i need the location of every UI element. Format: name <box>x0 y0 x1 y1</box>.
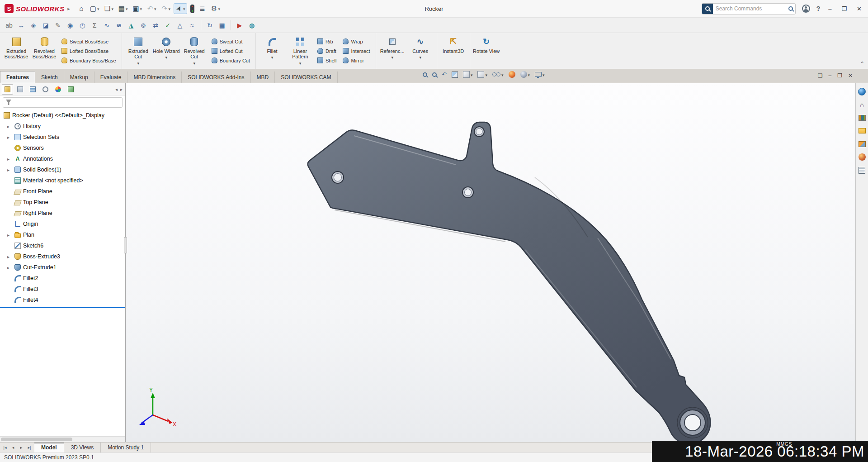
cam-tree-tab[interactable] <box>65 84 76 95</box>
first-tab-icon[interactable] <box>1 445 9 450</box>
print-button[interactable]: ▣ <box>131 4 143 14</box>
fillet-button[interactable]: Fillet <box>258 34 286 67</box>
search-commands-box[interactable]: ▾ <box>702 3 796 14</box>
new-document-caret-icon[interactable] <box>97 5 99 12</box>
lofted-boss-base-button[interactable]: Lofted Boss/Base <box>60 47 118 56</box>
model-canvas[interactable]: Y X <box>126 83 855 442</box>
revolved-cut-button[interactable]: Revolved Cut <box>180 34 208 67</box>
hole-middle[interactable] <box>462 187 473 198</box>
tab-evaluate[interactable]: Evaluate <box>94 71 128 83</box>
custom-properties-button[interactable] <box>858 166 867 175</box>
apply-scene-button[interactable] <box>520 71 530 78</box>
geometry-analysis-icon[interactable]: △ <box>175 20 185 31</box>
3d-views-tab[interactable]: 3D Views <box>64 443 101 452</box>
boundary-cut-button[interactable]: Boundary Cut <box>210 56 251 65</box>
instant3d-button[interactable]: ⇱ Instant3D <box>439 34 467 67</box>
save-caret-icon[interactable] <box>125 5 128 12</box>
options-button[interactable]: ⚙ <box>209 4 222 14</box>
new-document-button[interactable]: ▢ <box>88 4 101 14</box>
draft-analysis-icon[interactable]: ◮ <box>126 20 137 31</box>
tab-features[interactable]: Features <box>0 71 35 83</box>
costing-icon[interactable]: ◍ <box>246 20 257 31</box>
rollback-bar[interactable] <box>0 307 125 308</box>
view-settings-caret-icon[interactable] <box>542 71 545 78</box>
save-button[interactable]: ▦ <box>117 4 129 14</box>
edit-appearance-button[interactable] <box>509 71 515 78</box>
search-submit-icon[interactable] <box>788 6 793 11</box>
mass-properties-icon[interactable]: ◈ <box>28 20 39 31</box>
tree-item-cut-extrude1[interactable]: Cut-Extrude1 <box>0 262 125 273</box>
rib-button[interactable]: Rib <box>316 37 338 46</box>
open-caret-icon[interactable] <box>111 5 113 12</box>
print-caret-icon[interactable] <box>139 5 142 12</box>
compare-icon[interactable]: ⇄ <box>150 20 161 31</box>
expand-arrow-icon[interactable] <box>7 135 12 140</box>
tree-item-boss-extrude3[interactable]: Boss-Extrude3 <box>0 251 125 262</box>
view-settings-button[interactable] <box>535 71 545 78</box>
expand-arrow-icon[interactable] <box>7 233 12 238</box>
search-scope-chip[interactable] <box>702 3 713 14</box>
markup-icon[interactable]: ✎ <box>52 20 63 31</box>
simulation-advisor-icon[interactable]: ▶ <box>234 20 245 31</box>
tab-solidworks-cam[interactable]: SOLIDWORKS CAM <box>275 71 337 83</box>
intersect-button[interactable]: Intersect <box>341 47 371 56</box>
motion-study-tab[interactable]: Motion Study 1 <box>101 443 151 452</box>
section-properties-icon[interactable]: ◪ <box>40 20 51 31</box>
open-button[interactable]: ❏ <box>102 4 115 14</box>
tab-markup[interactable]: Markup <box>64 71 94 83</box>
apply-scene-caret-icon[interactable] <box>528 71 530 78</box>
solidworks-resources-button[interactable] <box>858 87 867 96</box>
hole-top-tab[interactable] <box>474 127 484 137</box>
redo-button[interactable]: ↷ <box>160 4 172 14</box>
undo-button[interactable]: ↶ <box>145 4 158 14</box>
hide-show-items-button[interactable] <box>492 71 504 78</box>
draft-button[interactable]: Draft <box>316 47 338 56</box>
zebra-stripes-icon[interactable]: ≋ <box>113 20 124 31</box>
last-tab-icon[interactable] <box>26 445 33 450</box>
boundary-boss-base-button[interactable]: Boundary Boss/Base <box>60 56 118 65</box>
hole-wizard-button[interactable]: Hole Wizard <box>152 34 180 67</box>
propertymanager-tab[interactable] <box>14 84 26 95</box>
curves-button[interactable]: ∿ Curves <box>406 34 434 67</box>
reference-geometry-button[interactable]: Referenc... <box>378 34 406 67</box>
search-caret-icon[interactable]: ▾ <box>795 6 796 11</box>
expand-arrow-icon[interactable] <box>7 265 12 270</box>
model-tab[interactable]: Model <box>34 443 64 452</box>
search-commands-input[interactable] <box>713 5 788 12</box>
help-icon[interactable]: ? <box>816 5 821 12</box>
tree-item-solid-bodies[interactable]: Solid Bodies(1) <box>0 164 125 175</box>
pane-tabs-scroll-left-icon[interactable]: ◂ <box>115 87 118 92</box>
configurationmanager-tab[interactable] <box>27 84 38 95</box>
graphics-viewport[interactable]: Y X <box>126 83 855 442</box>
tree-root-item[interactable]: Rocker (Default) <<Default>_Display <box>0 110 125 121</box>
appearances-scenes-button[interactable] <box>858 152 867 162</box>
pane-tabs-scroll-right-icon[interactable]: ▸ <box>120 87 123 92</box>
displaymanager-tab[interactable] <box>52 84 64 95</box>
zoom-area-button[interactable] <box>432 72 437 77</box>
dimxpertmanager-tab[interactable] <box>40 84 51 95</box>
display-style-caret-icon[interactable] <box>485 71 487 78</box>
ribbon-collapse-icon[interactable]: ⌃ <box>860 61 864 67</box>
home-tab-button[interactable]: ⌂ <box>858 100 867 109</box>
tree-item-history[interactable]: History <box>0 121 125 132</box>
window-close-button[interactable]: ✕ <box>855 5 863 12</box>
close-document-icon[interactable]: ✕ <box>848 72 853 79</box>
tree-item-sensors[interactable]: Sensors <box>0 143 125 153</box>
tree-item-fillet2[interactable]: Fillet2 <box>0 273 125 284</box>
tree-item-front-plane[interactable]: Front Plane <box>0 186 125 197</box>
dock-window-icon[interactable]: ❏ <box>818 72 823 79</box>
options-caret-icon[interactable] <box>218 5 221 12</box>
equations-icon[interactable]: Σ <box>89 20 100 31</box>
mirror-button[interactable]: Mirror <box>341 56 371 65</box>
featuremanager-tab[interactable] <box>2 84 13 95</box>
home-button[interactable]: ⌂ <box>76 4 86 14</box>
tab-mbd-dimensions[interactable]: MBD Dimensions <box>127 71 182 83</box>
lofted-cut-button[interactable]: Lofted Cut <box>210 47 251 56</box>
swept-boss-base-button[interactable]: Swept Boss/Base <box>60 37 118 46</box>
undo-caret-icon[interactable] <box>154 5 156 12</box>
window-restore-button[interactable]: ❐ <box>840 5 849 12</box>
extruded-boss-base-button[interactable]: Extruded Boss/Base <box>2 34 30 67</box>
minimize-document-icon[interactable]: – <box>828 72 831 79</box>
previous-tab-icon[interactable] <box>9 445 17 450</box>
tree-item-material[interactable]: Material <not specified> <box>0 175 125 186</box>
